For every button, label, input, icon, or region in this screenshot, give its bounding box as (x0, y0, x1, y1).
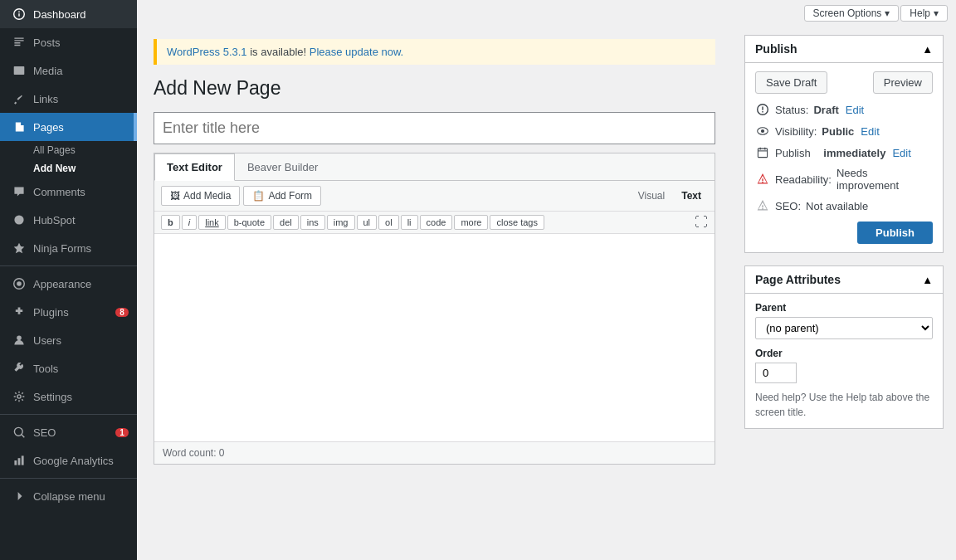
analytics-icon (12, 453, 27, 468)
posts-icon (12, 35, 27, 50)
svg-rect-10 (18, 458, 21, 465)
svg-rect-11 (22, 455, 24, 465)
sidebar-item-settings[interactable]: Settings (0, 382, 137, 411)
sidebar-item-users[interactable]: Users (0, 326, 137, 354)
parent-label: Parent (755, 302, 933, 314)
seo-badge: 1 (115, 428, 129, 437)
publish-box-header[interactable]: Publish ▲ (745, 36, 943, 63)
sidebar-item-hubspot[interactable]: HubSpot (0, 206, 137, 234)
visibility-value: Public (822, 125, 854, 138)
text-view-button[interactable]: Text (675, 188, 708, 203)
form-icon: 📋 (252, 190, 265, 202)
help-label: Help (910, 7, 930, 19)
readability-value: Needs improvement (836, 167, 933, 192)
sidebar-item-posts[interactable]: Posts (0, 28, 137, 56)
sidebar-sub-add-new[interactable]: Add New (0, 159, 137, 178)
visual-view-button[interactable]: Visual (632, 188, 671, 203)
expand-editor-button[interactable]: ⛶ (695, 215, 708, 230)
readability-icon (755, 172, 770, 187)
page-attributes-collapse-icon: ▲ (922, 274, 933, 286)
publish-when-value: immediately (823, 147, 885, 159)
plugins-icon (12, 304, 27, 319)
bold-button[interactable]: b (161, 215, 180, 230)
more-button[interactable]: more (454, 215, 488, 230)
code-button[interactable]: code (420, 215, 453, 230)
hubspot-icon (12, 212, 27, 227)
sidebar-item-settings-label: Settings (33, 391, 129, 403)
svg-point-4 (17, 281, 22, 286)
editor-tabs: Text Editor Beaver Builder (154, 153, 715, 181)
ul-button[interactable]: ul (357, 215, 378, 230)
sidebar-item-dashboard[interactable]: Dashboard (0, 0, 137, 28)
seo-badge-icon (755, 198, 770, 213)
b-quote-button[interactable]: b-quote (227, 215, 271, 230)
status-label: Status: (775, 104, 808, 116)
sidebar-item-google-analytics[interactable]: Google Analytics (0, 446, 137, 475)
img-button[interactable]: img (327, 215, 355, 230)
close-tags-button[interactable]: close tags (490, 215, 544, 230)
sidebar-item-users-label: Users (33, 334, 129, 347)
publish-box-body: Save Draft Preview Status: Draft Edit (745, 63, 943, 252)
sidebar-item-seo[interactable]: SEO 1 (0, 418, 137, 446)
add-media-button[interactable]: 🖼 Add Media (161, 186, 240, 206)
sidebar-item-appearance[interactable]: Appearance (0, 270, 137, 298)
seo-row: SEO: Not available (755, 198, 933, 213)
svg-rect-14 (758, 149, 767, 158)
visibility-edit-link[interactable]: Edit (861, 125, 879, 138)
svg-point-5 (17, 335, 22, 340)
preview-button[interactable]: Preview (873, 71, 933, 94)
parent-select[interactable]: (no parent) (755, 317, 933, 339)
pages-icon (12, 119, 27, 134)
sidebar-item-pages[interactable]: Pages (0, 113, 137, 141)
publish-box-title: Publish (755, 42, 797, 56)
sidebar-collapse[interactable]: Collapse menu (0, 482, 137, 510)
sidebar-item-media[interactable]: Media (0, 56, 137, 85)
publish-when-edit-link[interactable]: Edit (892, 147, 910, 159)
page-main: WordPress 5.3.1 is available! Please upd… (137, 27, 732, 560)
svg-marker-2 (14, 243, 25, 254)
publish-button[interactable]: Publish (857, 222, 933, 244)
order-input[interactable] (755, 363, 797, 383)
users-icon (12, 333, 27, 348)
wordpress-version-link[interactable]: WordPress 5.3.1 (167, 46, 247, 58)
sidebar-item-links[interactable]: Links (0, 85, 137, 113)
sidebar-item-ninja-forms[interactable]: Ninja Forms (0, 234, 137, 262)
svg-line-8 (22, 435, 25, 438)
link-button[interactable]: link (198, 215, 226, 230)
update-now-link[interactable]: Please update now. (310, 46, 403, 58)
sidebar-item-plugins[interactable]: Plugins 8 (0, 298, 137, 326)
publish-when-row: Publish immediately Edit (755, 145, 933, 160)
help-button[interactable]: Help ▾ (900, 5, 948, 22)
seo-value: Not available (806, 200, 868, 212)
editor-body[interactable] (154, 234, 715, 441)
li-button[interactable]: li (401, 215, 418, 230)
page-attributes-header[interactable]: Page Attributes ▲ (745, 266, 943, 294)
sidebar-item-comments[interactable]: Comments (0, 178, 137, 206)
publish-action-row: Save Draft Preview (755, 71, 933, 94)
right-sidebar: Publish ▲ Save Draft Preview Status: D (732, 27, 956, 560)
seo-label: SEO: (775, 200, 801, 212)
italic-button[interactable]: i (182, 215, 197, 230)
save-draft-button[interactable]: Save Draft (755, 71, 827, 94)
sidebar-item-tools[interactable]: Tools (0, 354, 137, 382)
readability-label: Readability: (775, 173, 832, 186)
view-toggle: Visual Text (632, 188, 708, 203)
screen-options-button[interactable]: Screen Options ▾ (804, 5, 900, 22)
page-title-input[interactable] (154, 112, 715, 144)
ins-button[interactable]: ins (300, 215, 325, 230)
seo-icon (12, 425, 27, 440)
status-edit-link[interactable]: Edit (846, 104, 864, 116)
calendar-icon (755, 145, 770, 160)
sidebar-sub-all-pages[interactable]: All Pages (0, 141, 137, 159)
sidebar-item-ninja-forms-label: Ninja Forms (33, 242, 129, 255)
sidebar-item-seo-label: SEO (33, 426, 109, 439)
tab-text-editor[interactable]: Text Editor (154, 153, 235, 181)
collapse-icon (12, 489, 27, 504)
tab-beaver-builder[interactable]: Beaver Builder (235, 153, 330, 181)
ol-button[interactable]: ol (378, 215, 399, 230)
del-button[interactable]: del (273, 215, 299, 230)
svg-point-13 (761, 129, 764, 133)
sidebar: Dashboard Posts Media Links Pages All Pa… (0, 0, 137, 560)
order-label: Order (755, 348, 933, 359)
add-form-button[interactable]: 📋 Add Form (243, 186, 321, 206)
